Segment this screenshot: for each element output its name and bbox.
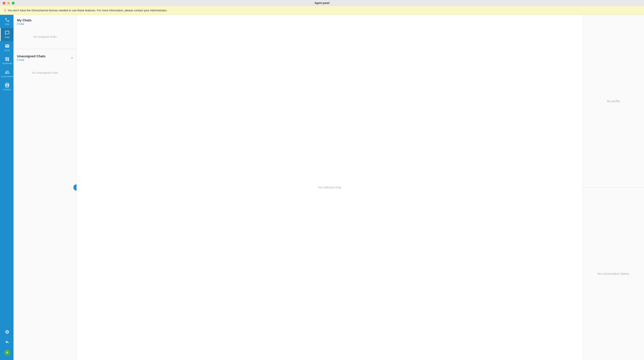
no-chat-message: No selected chat xyxy=(318,186,341,189)
sidebar-item-chats[interactable]: Chats xyxy=(0,28,14,41)
chevron-left-icon: ‹ xyxy=(76,186,77,189)
sidebar-label-email: Email xyxy=(4,49,10,51)
sidebar-label-contacts: Contacts xyxy=(3,88,11,91)
banner-message: You don't have the Omnichannel license n… xyxy=(8,9,167,12)
phone-icon xyxy=(5,17,10,22)
minimize-button[interactable] xyxy=(7,2,10,4)
chat-list-panel: My Chats 0 total No assigned chats Unass… xyxy=(14,15,77,360)
sidebar-label-chats: Chats xyxy=(4,36,10,38)
maximize-button[interactable] xyxy=(12,2,14,4)
history-section: No conversation history xyxy=(583,188,644,360)
sidebar-bottom: A xyxy=(0,327,14,360)
sidebar-label-conversations: Conversations xyxy=(1,75,14,78)
sidebar-item-dashboard[interactable]: Dashboard xyxy=(0,54,14,67)
my-chats-header: My Chats 0 total xyxy=(14,15,76,26)
sidebar-label-dashboard: Dashboard xyxy=(2,62,12,64)
sidebar-item-conversations[interactable]: Conversations xyxy=(0,67,14,80)
unassigned-title: Unassigned Chats xyxy=(17,54,46,58)
chat-icon xyxy=(5,30,10,35)
sidebar-item-avatar[interactable]: A xyxy=(0,347,14,358)
gear-icon xyxy=(5,330,10,334)
unassigned-empty: No unassigned chats xyxy=(14,62,76,83)
unassigned-header: Unassigned Chats 0 total × xyxy=(14,51,76,62)
unassigned-header-left: Unassigned Chats 0 total xyxy=(17,54,46,61)
section-divider xyxy=(14,49,76,49)
my-chats-section: My Chats 0 total No assigned chats xyxy=(14,15,76,47)
dashboard-icon xyxy=(5,57,10,61)
unassigned-section: Unassigned Chats 0 total × No unassigned… xyxy=(14,51,76,83)
sidebar-item-settings[interactable] xyxy=(0,327,14,337)
my-chats-empty: No assigned chats xyxy=(14,26,76,47)
main-chat-area: No selected chat xyxy=(77,15,583,360)
app-container: Calls Chats Email Dashboard xyxy=(0,15,644,360)
license-banner: ℹ You don't have the Omnichannel license… xyxy=(0,6,644,15)
contacts-icon xyxy=(5,83,10,88)
sidebar-item-email[interactable]: Email xyxy=(0,41,14,54)
collapse-button[interactable]: × xyxy=(71,56,73,60)
right-panel: No profile No conversation history xyxy=(583,15,644,360)
sidebar: Calls Chats Email Dashboard xyxy=(0,15,14,360)
toggle-panel-button[interactable]: ‹ xyxy=(74,184,77,190)
sidebar-item-contacts[interactable]: Contacts xyxy=(0,80,14,93)
close-button[interactable] xyxy=(2,2,6,4)
email-icon xyxy=(5,43,10,48)
info-icon: ℹ xyxy=(4,8,6,12)
avatar: A xyxy=(4,350,10,356)
unassigned-count: 0 total xyxy=(17,58,46,61)
sidebar-item-transfer[interactable] xyxy=(0,337,14,347)
sidebar-label-calls: Calls xyxy=(5,23,9,25)
profile-section: No profile xyxy=(583,15,644,188)
window-title: Agent panel xyxy=(314,1,330,4)
my-chats-title: My Chats xyxy=(17,18,73,22)
window-controls[interactable] xyxy=(2,2,14,4)
conversations-icon xyxy=(5,70,10,74)
no-history-message: No conversation history xyxy=(598,272,630,276)
no-profile-message: No profile xyxy=(607,99,620,103)
transfer-icon xyxy=(5,340,10,344)
my-chats-count: 0 total xyxy=(17,22,73,25)
sidebar-item-calls[interactable]: Calls xyxy=(0,15,14,28)
titlebar: Agent panel xyxy=(0,0,644,6)
